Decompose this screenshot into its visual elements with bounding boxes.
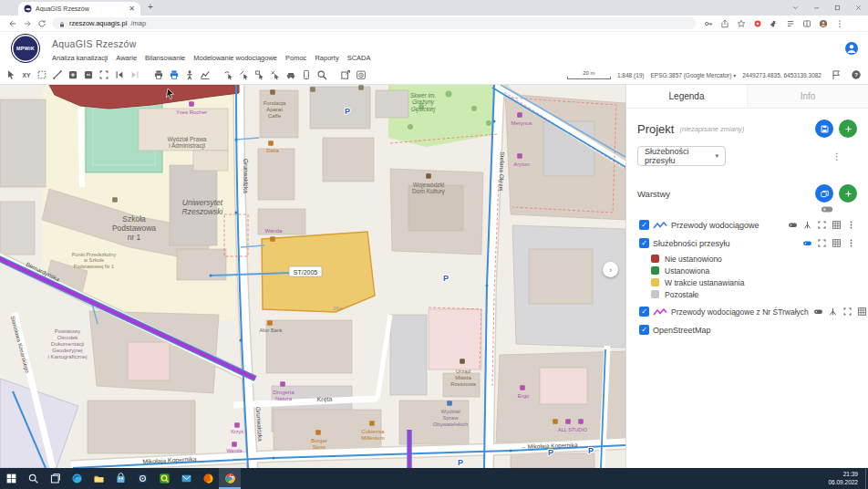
share-icon[interactable]: [720, 19, 729, 28]
schema-icon[interactable]: [801, 219, 813, 231]
marquee-select-icon[interactable]: [34, 68, 49, 83]
table-icon[interactable]: [831, 219, 842, 231]
select-pointer-icon[interactable]: [3, 68, 18, 83]
key-icon[interactable]: [704, 19, 713, 28]
maximize-icon[interactable]: [833, 4, 842, 12]
tab-close-icon[interactable]: ✕: [129, 5, 135, 13]
draw-line-icon[interactable]: [49, 68, 65, 83]
menu-icon[interactable]: [845, 237, 857, 249]
extent-icon[interactable]: [816, 237, 828, 249]
zoom-in-icon[interactable]: [65, 68, 80, 83]
reading-list-icon[interactable]: [786, 19, 795, 28]
previous-view-icon[interactable]: [111, 68, 127, 83]
tag-icon[interactable]: [812, 306, 824, 317]
split-screen-icon[interactable]: [802, 19, 811, 28]
start-icon[interactable]: [0, 468, 22, 489]
identify-tool-icon[interactable]: [221, 68, 236, 83]
menu-analiza-kanalizacji[interactable]: Analiza kanalizacji: [52, 54, 108, 62]
mail-icon[interactable]: [175, 468, 197, 489]
qgis-icon[interactable]: [153, 468, 175, 489]
user-avatar[interactable]: [844, 41, 859, 56]
new-tab-button[interactable]: +: [148, 2, 153, 12]
school-poi-icon: [112, 197, 118, 203]
labels-toggle-icon[interactable]: [821, 205, 833, 213]
taskbar-clock[interactable]: 21:39 06.09.2022: [828, 471, 865, 487]
xy-coordinates-icon[interactable]: XY: [18, 68, 34, 83]
panel-collapse-button[interactable]: ›: [603, 262, 618, 277]
bookmark-icon[interactable]: [737, 19, 746, 28]
close-icon[interactable]: [854, 4, 863, 12]
snapshot-icon[interactable]: [337, 68, 353, 83]
select-line-tool-icon[interactable]: [236, 68, 252, 83]
menu-icon[interactable]: [835, 19, 844, 28]
full-extent-icon[interactable]: [96, 68, 111, 83]
chevron-icon[interactable]: [791, 4, 800, 12]
elevation-profile-icon[interactable]: [197, 68, 212, 83]
map-view[interactable]: PPPPP SzkołaPodstawowanr 1UniwersytetRze…: [0, 85, 625, 468]
browser-tab[interactable]: AquaGIS Rzeszów ✕: [18, 2, 140, 16]
search-icon[interactable]: [314, 68, 329, 83]
car-icon[interactable]: [283, 68, 298, 83]
clear-selection-tool-icon[interactable]: [267, 68, 283, 83]
menu-bilansowanie[interactable]: Bilansowanie: [145, 54, 185, 62]
forward-icon[interactable]: [20, 19, 35, 28]
search-icon[interactable]: [22, 468, 44, 489]
file-explorer-icon[interactable]: [88, 468, 109, 489]
task-view-icon[interactable]: [44, 468, 66, 489]
menu-icon[interactable]: [845, 219, 857, 231]
extent-icon[interactable]: [842, 306, 853, 317]
back-icon[interactable]: [5, 19, 20, 28]
tab-legenda[interactable]: Legenda: [626, 85, 747, 108]
print-icon[interactable]: [150, 68, 166, 83]
menu-pomoc[interactable]: Pomoc: [285, 54, 306, 62]
extensions-icon[interactable]: [770, 19, 779, 28]
menu-raporty[interactable]: Raporty: [315, 54, 338, 62]
menu-modelowanie-wodociagowe[interactable]: Modelowanie wodociągowe: [193, 54, 277, 62]
feedback-icon[interactable]: [828, 68, 843, 83]
layer-label[interactable]: OpenStreetMap: [653, 326, 711, 335]
next-view-icon[interactable]: [127, 68, 142, 83]
tab-info[interactable]: Info: [747, 85, 868, 108]
select-area-tool-icon[interactable]: [252, 68, 267, 83]
help-icon[interactable]: ?: [848, 68, 863, 83]
project-menu-button[interactable]: ⋮: [832, 151, 842, 161]
photos-icon[interactable]: [131, 468, 153, 489]
projection-select[interactable]: EPSG:3857 (Google Mercator) ▾: [651, 72, 737, 78]
save-project-button[interactable]: [815, 120, 833, 138]
layer-checkbox[interactable]: ✓: [639, 325, 649, 335]
street-view-icon[interactable]: [181, 68, 197, 83]
layer-label[interactable]: Służebności przesyłu: [653, 239, 730, 248]
table-icon[interactable]: [831, 237, 842, 249]
tag-icon[interactable]: [787, 219, 799, 231]
edge-icon[interactable]: [66, 468, 88, 489]
chrome-icon[interactable]: [219, 468, 241, 489]
history-icon[interactable]: [353, 68, 368, 83]
store-icon[interactable]: [109, 468, 131, 489]
layer-checkbox[interactable]: ✓: [639, 238, 649, 248]
layer-label[interactable]: Przewody wodociągowe z Nr ŚTrwałych: [671, 307, 809, 317]
menu-awarie[interactable]: Awarie: [116, 54, 137, 62]
profile-icon[interactable]: [819, 19, 828, 28]
map-label: ALL STUDIO: [558, 427, 588, 432]
add-layer-button[interactable]: [839, 184, 857, 203]
minimize-icon[interactable]: [812, 4, 821, 12]
add-project-button[interactable]: [839, 120, 857, 138]
mobile-icon[interactable]: [298, 68, 314, 83]
museum-poi-icon: [426, 173, 431, 179]
copy-layers-button[interactable]: [815, 184, 833, 203]
tag-blue-icon[interactable]: [801, 237, 813, 249]
layer-checkbox[interactable]: ✓: [639, 307, 649, 317]
firefox-icon[interactable]: [197, 468, 219, 489]
print-active-icon[interactable]: [166, 68, 181, 83]
zoom-out-icon[interactable]: [80, 68, 96, 83]
reload-icon[interactable]: [35, 19, 49, 28]
extent-icon[interactable]: [816, 219, 828, 231]
menu-scada[interactable]: SCADA: [347, 54, 371, 62]
layer-label[interactable]: Przewody wodociągowe: [671, 221, 760, 230]
url-bar[interactable]: rzeszow.aquagis.pl/map: [52, 17, 696, 29]
table-icon[interactable]: [856, 306, 868, 317]
schema-icon[interactable]: [827, 306, 839, 317]
extension-icon[interactable]: [753, 19, 762, 28]
project-select[interactable]: Służebności przesyłu ▾: [637, 146, 726, 166]
layer-checkbox[interactable]: ✓: [639, 220, 649, 230]
